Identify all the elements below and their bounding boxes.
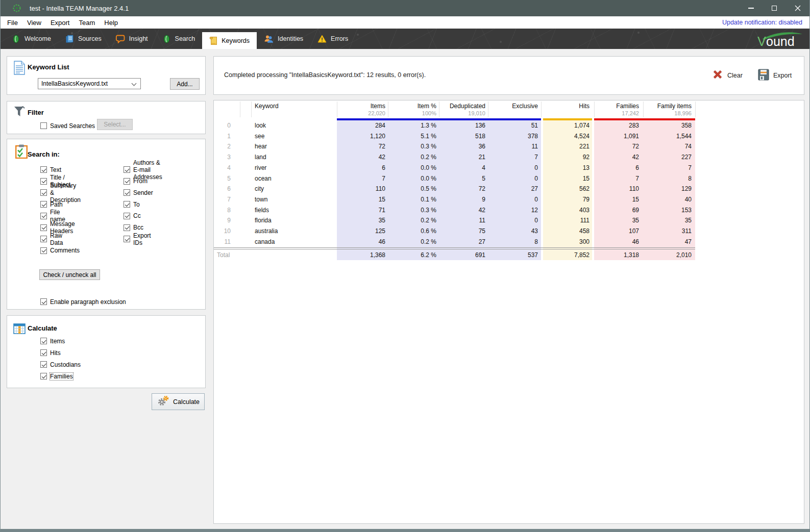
- red-x-icon: [712, 69, 723, 82]
- checkbox-box[interactable]: [124, 236, 130, 242]
- table-row[interactable]: 11canada460.2 %2783004647: [214, 237, 695, 247]
- column-header-hits[interactable]: Hits: [543, 100, 590, 118]
- column-header-families[interactable]: Families17,242: [594, 100, 639, 118]
- checkbox-authors-e-mail-addresses[interactable]: Authors & E-mail Addresses: [124, 166, 162, 173]
- checkbox-box[interactable]: [40, 122, 47, 129]
- leaf-icon: [12, 35, 20, 43]
- paragraph-exclusion-checkbox[interactable]: Enable paragraph exclusion: [40, 298, 126, 306]
- tab-identities[interactable]: Identities: [257, 29, 310, 49]
- column-header-exclusive[interactable]: Exclusive: [490, 100, 538, 118]
- checkbox-label: Raw Data: [50, 232, 63, 246]
- checkbox-box[interactable]: [40, 361, 47, 368]
- table-row[interactable]: 5ocean70.0 %501578: [214, 173, 695, 184]
- cell-value: 153: [645, 205, 692, 216]
- cell-value: 129: [645, 184, 692, 194]
- checkbox-box[interactable]: [124, 178, 130, 185]
- checkbox-export-ids[interactable]: Export IDs: [124, 235, 151, 243]
- checkbox-box[interactable]: [40, 349, 47, 356]
- cell-value: 11: [490, 141, 538, 152]
- document-icon: [13, 61, 26, 77]
- checkbox-box[interactable]: [40, 338, 47, 344]
- checkbox-box[interactable]: [40, 247, 47, 254]
- checkbox-from[interactable]: From: [124, 178, 148, 185]
- checkbox-box[interactable]: [40, 189, 47, 196]
- table-row[interactable]: 1see1,1205.1 %5183784,5241,0911,544: [214, 131, 695, 142]
- status-message: Completed processing "IntellaBasicsKeywo…: [224, 71, 426, 79]
- checkbox-box[interactable]: [40, 166, 47, 173]
- column-header-items[interactable]: Items22,020: [337, 100, 385, 118]
- keyword-file-dropdown[interactable]: IntellaBasicsKeyword.txt: [38, 78, 141, 89]
- export-action[interactable]: Export: [758, 69, 792, 82]
- column-header-keyword[interactable]: Keyword: [255, 100, 331, 118]
- checkbox-box[interactable]: [124, 166, 130, 173]
- checkbox-box[interactable]: [40, 213, 47, 219]
- menu-bar: File View Export Team Help Update notifi…: [1, 16, 809, 29]
- column-header-item-pct[interactable]: Item %100%: [388, 100, 436, 118]
- svg-text:ound: ound: [766, 34, 795, 48]
- checkbox-label: Items: [50, 338, 65, 345]
- checkbox-families[interactable]: Families: [40, 372, 73, 380]
- table-row[interactable]: 4river60.0 %401367: [214, 163, 695, 173]
- tab-keywords[interactable]: Keywords: [202, 32, 257, 49]
- table-row[interactable]: 10australia1250.6 %7543458107311: [214, 226, 695, 237]
- checkbox-cc[interactable]: Cc: [124, 212, 141, 220]
- checkbox-label: Text: [50, 166, 61, 173]
- check-uncheck-all-button[interactable]: Check / uncheck all: [39, 269, 100, 280]
- clear-action[interactable]: Clear: [712, 69, 743, 82]
- window-title: test - Intella TEAM Manager 2.4.1: [30, 5, 129, 12]
- table-row[interactable]: 8fields710.3 %421240369153: [214, 205, 695, 216]
- checkbox-to[interactable]: To: [124, 200, 140, 208]
- add-button[interactable]: Add...: [170, 78, 200, 90]
- table-row[interactable]: 6city1100.5 %7227562110129: [214, 184, 695, 194]
- checkbox-box[interactable]: [40, 298, 47, 305]
- checkbox-raw-data[interactable]: Raw Data: [40, 235, 63, 243]
- checkbox-comments[interactable]: Comments: [40, 247, 80, 255]
- checkbox-hits[interactable]: Hits: [40, 349, 61, 357]
- menu-file[interactable]: File: [3, 19, 22, 27]
- checkbox-file-name[interactable]: File name: [40, 212, 65, 220]
- checkbox-box[interactable]: [124, 201, 130, 208]
- menu-view[interactable]: View: [22, 19, 46, 27]
- checkbox-box[interactable]: [40, 373, 47, 379]
- menu-help[interactable]: Help: [100, 19, 122, 27]
- checkbox-path[interactable]: Path: [40, 200, 63, 208]
- cell-value: 0: [490, 215, 538, 226]
- select-button[interactable]: Select...: [97, 119, 133, 130]
- table-row[interactable]: 3land420.2 %2179242227: [214, 152, 695, 163]
- tab-errors[interactable]: Errors: [310, 29, 355, 49]
- calculate-button[interactable]: Calculate: [152, 393, 205, 410]
- menu-team[interactable]: Team: [74, 19, 100, 27]
- cell-value: 27: [490, 184, 538, 194]
- maximize-button[interactable]: [763, 0, 786, 16]
- saved-searches-checkbox[interactable]: Saved Searches: [40, 122, 95, 130]
- checkbox-box[interactable]: [40, 201, 47, 208]
- checkbox-items[interactable]: Items: [40, 337, 65, 345]
- table-row[interactable]: 9florida350.2 %1101113535: [214, 215, 695, 226]
- checkbox-box[interactable]: [124, 213, 130, 219]
- checkbox-box[interactable]: [40, 236, 47, 242]
- tab-insight[interactable]: Insight: [109, 29, 155, 49]
- close-button[interactable]: [786, 0, 809, 16]
- column-header-family-items[interactable]: Family items18,996: [645, 100, 692, 118]
- checkbox-summary-description[interactable]: Summary & Description: [40, 189, 81, 196]
- checkbox-box[interactable]: [124, 224, 130, 231]
- table-row[interactable]: 2hear720.3 %36112217274: [214, 141, 695, 152]
- minimize-button[interactable]: [739, 0, 763, 16]
- checkbox-message-headers[interactable]: Message Headers: [40, 224, 75, 232]
- checkbox-text[interactable]: Text: [40, 166, 61, 173]
- checkbox-sender[interactable]: Sender: [124, 189, 153, 196]
- menu-export[interactable]: Export: [46, 19, 75, 27]
- checkbox-box[interactable]: [40, 178, 47, 185]
- tab-sources[interactable]: Sources: [58, 29, 109, 49]
- cell-value: 47: [645, 237, 692, 247]
- tab-welcome[interactable]: Welcome: [5, 29, 58, 49]
- tab-search[interactable]: Search: [155, 29, 203, 49]
- table-row[interactable]: 7town150.1 %90791540: [214, 194, 695, 205]
- column-header-deduplicated[interactable]: Deduplicated19,010: [439, 100, 485, 118]
- update-notification-link[interactable]: Update notification: disabled: [722, 19, 809, 26]
- table-row[interactable]: 0look2841.3 %136511,074283358: [214, 120, 695, 131]
- checkbox-box[interactable]: [124, 189, 130, 196]
- checkbox-box[interactable]: [40, 224, 47, 231]
- checkbox-bcc[interactable]: Bcc: [124, 224, 143, 232]
- checkbox-custodians[interactable]: Custodians: [40, 361, 81, 368]
